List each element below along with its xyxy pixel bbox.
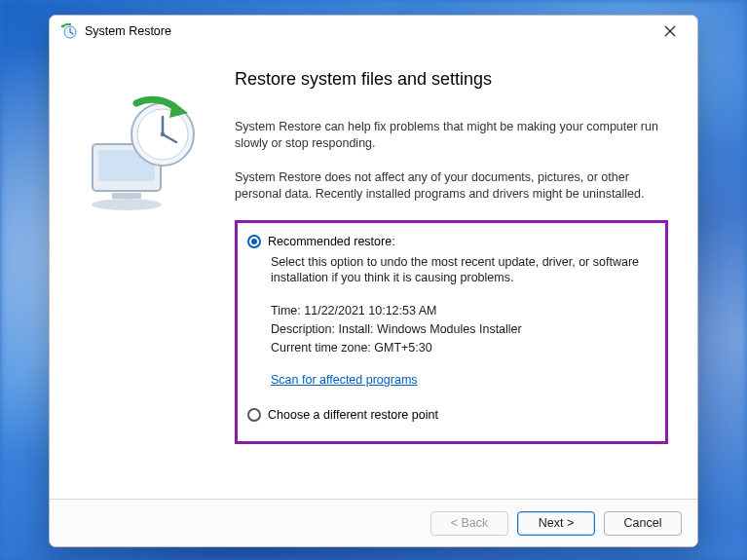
- main-content: Restore system files and settings System…: [225, 47, 697, 499]
- intro-text-2: System Restore does not affect any of yo…: [235, 169, 668, 203]
- next-button[interactable]: Next >: [517, 511, 595, 536]
- options-highlight-box: Recommended restore: Select this option …: [235, 220, 668, 445]
- recommended-restore-option[interactable]: Recommended restore:: [247, 235, 655, 248]
- svg-point-7: [92, 199, 162, 210]
- radio-choose-different[interactable]: [247, 408, 261, 422]
- description-line: Description: Install: Windows Modules In…: [271, 322, 655, 336]
- sidebar: [50, 47, 225, 499]
- restore-point-details: Time: 11/22/2021 10:12:53 AM Description…: [271, 304, 655, 355]
- cancel-button[interactable]: Cancel: [604, 511, 682, 536]
- timezone-line: Current time zone: GMT+5:30: [271, 341, 655, 355]
- body-area: Restore system files and settings System…: [50, 47, 697, 499]
- page-title: Restore system files and settings: [235, 69, 668, 90]
- scan-affected-programs-link[interactable]: Scan for affected programs: [271, 373, 418, 387]
- footer-buttons: < Back Next > Cancel: [50, 499, 697, 546]
- choose-different-label: Choose a different restore point: [268, 408, 438, 422]
- back-button: < Back: [430, 511, 508, 536]
- time-line: Time: 11/22/2021 10:12:53 AM: [271, 304, 655, 317]
- svg-rect-6: [112, 193, 141, 199]
- restore-illustration: [83, 95, 209, 217]
- system-restore-window: System Restore: [49, 15, 698, 547]
- titlebar: System Restore: [50, 16, 697, 47]
- restore-icon: [59, 22, 77, 40]
- svg-point-12: [161, 132, 166, 137]
- radio-recommended[interactable]: [247, 235, 261, 248]
- intro-text-1: System Restore can help fix problems tha…: [235, 119, 668, 152]
- recommended-detail: Select this option to undo the most rece…: [271, 254, 655, 287]
- choose-different-option[interactable]: Choose a different restore point: [247, 408, 655, 422]
- window-title: System Restore: [85, 24, 649, 38]
- close-button[interactable]: [649, 17, 691, 46]
- recommended-label: Recommended restore:: [268, 235, 395, 248]
